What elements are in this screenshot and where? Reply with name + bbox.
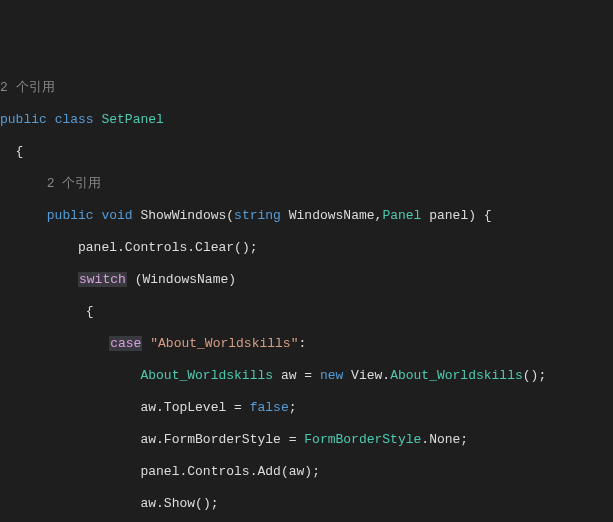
reference-count[interactable]: 2 个引用 [0,80,55,95]
kw-new: new [320,368,343,383]
kw-string: string [234,208,281,223]
brace: { [16,144,24,159]
kw-false: false [250,400,289,415]
code-editor[interactable]: 2 个引用 public class SetPanel { 2 个引用 publ… [0,64,613,522]
string-literal: "About_Worldskills" [150,336,298,351]
kw-public: public [0,112,47,127]
reference-count[interactable]: 2 个引用 [47,176,102,191]
method-name: ShowWindows [140,208,226,223]
kw-void: void [101,208,132,223]
kw-public: public [47,208,94,223]
kw-case: case [109,336,142,351]
class-name: SetPanel [101,112,163,127]
kw-switch: switch [78,272,127,287]
kw-class: class [55,112,94,127]
